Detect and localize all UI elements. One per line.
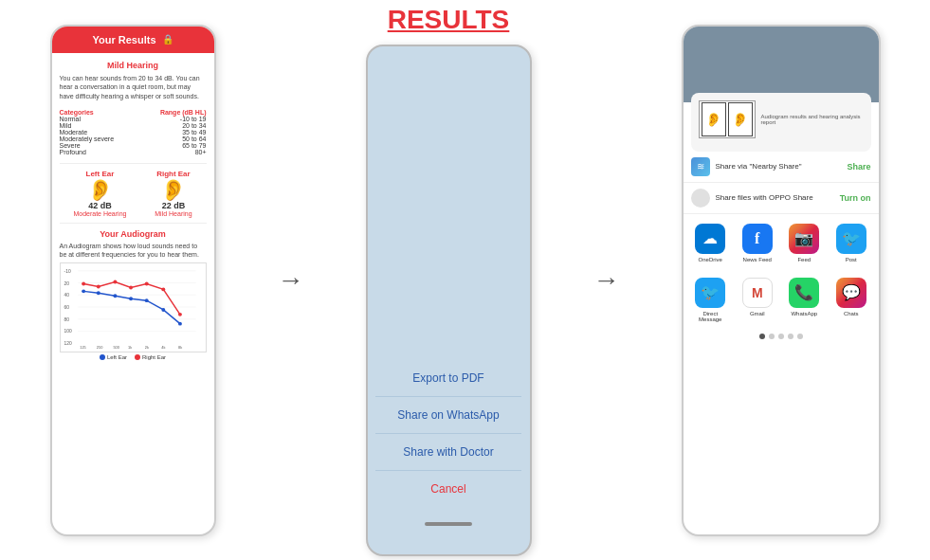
- cat-row-moderate: Moderate35 to 49: [60, 129, 207, 135]
- right-ear-item: Right Ear 👂 22 dB Mild Hearing: [155, 170, 191, 217]
- right-dot: [135, 354, 140, 360]
- svg-text:-10: -10: [64, 269, 70, 274]
- audiogram-thumbnail: 👂 👂: [699, 100, 756, 138]
- svg-point-23: [129, 297, 133, 300]
- app-chats[interactable]: 💬 Chats: [831, 278, 871, 322]
- export-pdf-item[interactable]: Export to PDF: [375, 360, 521, 397]
- svg-point-21: [96, 291, 100, 295]
- dot-4: [788, 334, 793, 339]
- audiogram-title: Your Audiogram: [60, 229, 207, 239]
- svg-text:60: 60: [64, 305, 69, 310]
- direct-icon: 🐦: [695, 278, 725, 308]
- lock-icon: 🔒: [162, 34, 173, 45]
- nearby-share-button[interactable]: Share: [847, 162, 870, 172]
- cat-row-mild: Mild20 to 34: [60, 122, 207, 129]
- svg-text:250: 250: [96, 345, 102, 350]
- svg-point-32: [161, 288, 165, 292]
- nearby-share-label: Share via "Nearby Share": [716, 162, 802, 171]
- mild-hearing-title: Mild Hearing: [60, 61, 207, 70]
- audiogram-section: Your Audiogram An Audiogram shows how lo…: [60, 229, 207, 360]
- svg-point-27: [82, 282, 85, 286]
- svg-point-29: [113, 280, 117, 284]
- phone-header: Your Results 🔒: [52, 27, 214, 53]
- app-onedrive[interactable]: ☁ OneDrive: [691, 224, 731, 262]
- left-ear-label: Left Ear: [73, 170, 126, 178]
- svg-text:80: 80: [64, 317, 69, 322]
- svg-point-33: [177, 313, 181, 316]
- chats-label: Chats: [844, 311, 859, 316]
- menu-items: Export to PDF Share on WhatsApp Share wi…: [368, 360, 530, 507]
- hearing-description: You can hear sounds from 20 to 34 dB. Yo…: [60, 74, 207, 101]
- ears-section: Left Ear 👂 42 dB Moderate Hearing Right …: [60, 170, 207, 217]
- svg-text:1k: 1k: [128, 345, 132, 350]
- svg-text:120: 120: [64, 341, 71, 346]
- svg-text:100: 100: [64, 329, 71, 334]
- gmail-label: Gmail: [750, 311, 765, 316]
- svg-text:20: 20: [64, 281, 69, 286]
- share-card: 👂 👂 Audiogram results and hearing analys…: [691, 93, 871, 152]
- app-direct[interactable]: 🐦 Direct Message: [691, 278, 731, 322]
- svg-text:2k: 2k: [144, 345, 148, 350]
- app-whatsapp[interactable]: 📞 WhatsApp: [785, 278, 825, 322]
- whatsapp-icon: 📞: [789, 278, 819, 308]
- left-dot: [100, 354, 105, 360]
- left-ear-icon: 👂: [73, 180, 126, 201]
- categories-table: Categories Range (dB HL) Normal-10 to 19…: [60, 109, 207, 155]
- svg-text:8k: 8k: [177, 345, 181, 350]
- left-ear-item: Left Ear 👂 42 dB Moderate Hearing: [73, 170, 126, 217]
- legend-right-ear: Right Ear: [135, 354, 166, 360]
- share-card-text: Audiogram results and hearing analysis r…: [761, 114, 864, 125]
- svg-point-28: [96, 285, 100, 289]
- onedrive-icon: ☁: [695, 224, 725, 254]
- right-ear-icon: 👂: [155, 180, 191, 201]
- svg-text:125: 125: [80, 345, 86, 350]
- oppo-left: Share files with OPPO Share: [691, 189, 813, 208]
- nearby-share-row: ≋ Share via "Nearby Share" Share: [684, 152, 879, 183]
- left-ear-db: 42 dB: [73, 201, 126, 210]
- share-whatsapp-item[interactable]: Share on WhatsApp: [375, 397, 521, 434]
- svg-point-30: [129, 286, 133, 290]
- dot-1: [759, 334, 765, 339]
- app-grid-row1: ☁ OneDrive f News Feed 📷 Feed 🐦 Post: [684, 214, 879, 268]
- right-phone-mockup: 👂 👂 Audiogram results and hearing analys…: [682, 25, 881, 536]
- app-post[interactable]: 🐦 Post: [831, 224, 871, 262]
- direct-label: Direct Message: [691, 311, 731, 322]
- cat-row-profound: Profound80+: [60, 149, 207, 155]
- legend-left-ear: Left Ear: [100, 354, 127, 360]
- legend-right-label: Right Ear: [142, 354, 166, 360]
- left-phone-mockup: Your Results 🔒 Mild Hearing You can hear…: [50, 25, 216, 536]
- gmail-icon: M: [742, 278, 773, 308]
- cancel-item[interactable]: Cancel: [375, 471, 521, 507]
- right-arrow: →: [593, 265, 620, 296]
- legend-left-label: Left Ear: [107, 354, 127, 360]
- oppo-turnon-button[interactable]: Turn on: [840, 193, 871, 203]
- svg-text:500: 500: [113, 345, 119, 350]
- chart-svg: -10 20 40 60 80 100 120 125 250 500 1k 2…: [61, 263, 206, 352]
- audiogram-chart: -10 20 40 60 80 100 120 125 250 500 1k 2…: [60, 262, 207, 352]
- newsfeed-icon: f: [742, 224, 773, 254]
- dot-5: [797, 334, 803, 339]
- divider-2: [60, 223, 207, 224]
- svg-text:4k: 4k: [161, 345, 165, 350]
- menu-bar: [425, 522, 472, 526]
- page-dots: [684, 328, 879, 345]
- header-title: Your Results: [92, 34, 155, 45]
- app-feed[interactable]: 📷 Feed: [785, 224, 825, 262]
- app-newsfeed[interactable]: f News Feed: [738, 224, 777, 262]
- share-card-preview: 👂 👂 Audiogram results and hearing analys…: [699, 100, 864, 138]
- phone-right-header: [684, 27, 879, 102]
- app-gmail[interactable]: M Gmail: [738, 278, 777, 322]
- share-doctor-item[interactable]: Share with Doctor: [375, 434, 521, 471]
- svg-point-31: [144, 282, 148, 286]
- ear-thumb-right: 👂: [728, 102, 753, 136]
- whatsapp-label: WhatsApp: [791, 311, 817, 316]
- svg-point-24: [144, 298, 148, 302]
- svg-point-26: [177, 322, 181, 326]
- svg-point-25: [161, 308, 165, 312]
- dot-3: [778, 334, 784, 339]
- oppo-row: Share files with OPPO Share Turn on: [684, 183, 879, 214]
- post-icon: 🐦: [836, 224, 866, 254]
- right-ear-label: Right Ear: [155, 170, 191, 178]
- nearby-share-icon: ≋: [691, 157, 710, 176]
- feed-label: Feed: [797, 257, 811, 262]
